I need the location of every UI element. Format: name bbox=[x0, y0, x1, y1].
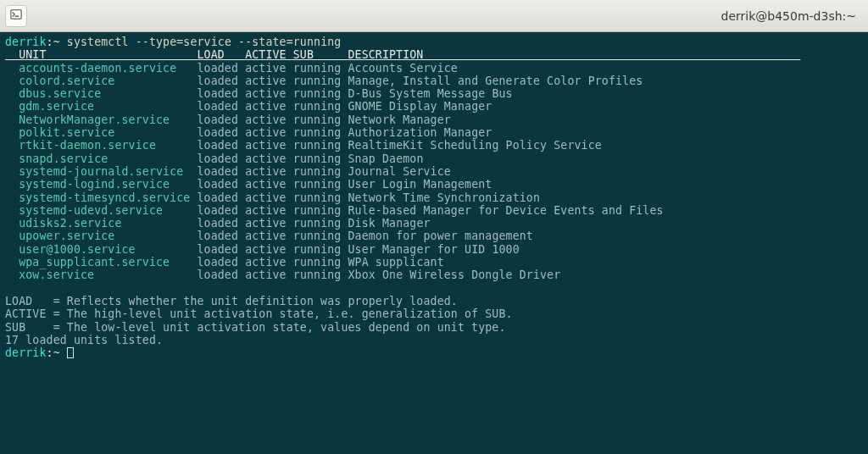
unit-name: systemd-journald.service bbox=[19, 165, 197, 178]
load-state: loaded bbox=[198, 114, 246, 126]
sub-state: running bbox=[293, 139, 348, 152]
unit-name: snapd.service bbox=[19, 152, 197, 165]
unit-name: dbus.service bbox=[19, 87, 197, 100]
terminal-line: SUB = The low-level unit activation stat… bbox=[5, 321, 863, 334]
unit-name: colord.service bbox=[19, 75, 197, 87]
active-state: active bbox=[245, 100, 293, 113]
active-state: active bbox=[245, 75, 293, 87]
description: Network Time Synchronization bbox=[348, 191, 541, 204]
unit-name: upower.service bbox=[19, 230, 197, 242]
description: Manage, Install and Generate Color Profi… bbox=[348, 75, 643, 87]
description: Authorization Manager bbox=[348, 126, 492, 139]
footer-line: LOAD = Reflects whether the unit definit… bbox=[5, 295, 458, 307]
terminal-line: ACTIVE = The high-level unit activation … bbox=[5, 307, 863, 320]
active-state: active bbox=[245, 126, 293, 139]
description: WPA supplicant bbox=[348, 256, 444, 269]
active-state: active bbox=[245, 178, 293, 191]
active-state: active bbox=[245, 243, 293, 256]
footer-line: 17 loaded units listed. bbox=[5, 334, 163, 346]
command-text: systemctl --type=service --state=running bbox=[67, 36, 342, 48]
sub-state: running bbox=[293, 100, 348, 113]
sub-state: running bbox=[293, 217, 348, 230]
unit-name: NetworkManager.service bbox=[19, 114, 197, 126]
description: Daemon for power management bbox=[348, 230, 533, 242]
description: Snap Daemon bbox=[348, 152, 424, 165]
active-state: active bbox=[245, 204, 293, 217]
terminal-line: UNIT LOAD ACTIVE SUB DESCRIPTION bbox=[5, 48, 863, 61]
load-state: loaded bbox=[198, 204, 246, 217]
unit-name: systemd-logind.service bbox=[19, 178, 197, 191]
terminal-line: derrik:~ systemctl --type=service --stat… bbox=[5, 36, 863, 48]
load-state: loaded bbox=[198, 165, 246, 178]
sub-state: running bbox=[293, 178, 348, 191]
terminal-line: 17 loaded units listed. bbox=[5, 334, 863, 346]
sub-state: running bbox=[293, 230, 348, 242]
load-state: loaded bbox=[198, 217, 246, 230]
terminal-icon bbox=[10, 8, 22, 24]
active-state: active bbox=[245, 256, 293, 269]
terminal-line: systemd-timesyncd.service loaded active … bbox=[5, 191, 863, 204]
prompt-sep: : bbox=[47, 36, 53, 48]
load-state: loaded bbox=[198, 139, 246, 152]
terminal-line bbox=[5, 282, 863, 295]
terminal-line: LOAD = Reflects whether the unit definit… bbox=[5, 295, 863, 307]
terminal-line: dbus.service loaded active running D-Bus… bbox=[5, 87, 863, 100]
active-state: active bbox=[245, 87, 293, 100]
description: User Manager for UID 1000 bbox=[348, 243, 520, 256]
new-tab-button[interactable] bbox=[5, 5, 27, 27]
terminal-line: colord.service loaded active running Man… bbox=[5, 75, 863, 87]
terminal-line: udisks2.service loaded active running Di… bbox=[5, 217, 863, 230]
cursor bbox=[67, 347, 74, 358]
active-state: active bbox=[245, 217, 293, 230]
active-state: active bbox=[245, 165, 293, 178]
active-state: active bbox=[245, 114, 293, 126]
terminal-line: wpa_supplicant.service loaded active run… bbox=[5, 256, 863, 269]
active-state: active bbox=[245, 230, 293, 242]
unit-name: polkit.service bbox=[19, 126, 197, 139]
unit-name: udisks2.service bbox=[19, 217, 197, 230]
description: D-Bus System Message Bus bbox=[348, 87, 513, 100]
terminal-line: rtkit-daemon.service loaded active runni… bbox=[5, 139, 863, 152]
description: User Login Management bbox=[348, 178, 492, 191]
load-state: loaded bbox=[198, 243, 246, 256]
sub-state: running bbox=[293, 126, 348, 139]
load-state: loaded bbox=[198, 230, 246, 242]
terminal-line: user@1000.service loaded active running … bbox=[5, 243, 863, 256]
prompt-user: derrik bbox=[5, 346, 47, 359]
terminal-line: upower.service loaded active running Dae… bbox=[5, 230, 863, 242]
description: Network Manager bbox=[348, 114, 451, 126]
unit-name: xow.service bbox=[19, 269, 197, 281]
unit-name: wpa_supplicant.service bbox=[19, 256, 197, 269]
description: Rule-based Manager for Device Events and… bbox=[348, 204, 664, 217]
unit-name: user@1000.service bbox=[19, 243, 197, 256]
description: Journal Service bbox=[348, 165, 451, 178]
table-header: UNIT LOAD ACTIVE SUB DESCRIPTION bbox=[5, 48, 800, 61]
footer-line: ACTIVE = The high-level unit activation … bbox=[5, 307, 513, 320]
load-state: loaded bbox=[198, 152, 246, 165]
terminal-viewport[interactable]: derrik:~ systemctl --type=service --stat… bbox=[0, 32, 868, 359]
sub-state: running bbox=[293, 243, 348, 256]
sub-state: running bbox=[293, 62, 348, 75]
terminal-line: systemd-logind.service loaded active run… bbox=[5, 178, 863, 191]
sub-state: running bbox=[293, 152, 348, 165]
sub-state: running bbox=[293, 269, 348, 281]
window-title: derrik@b450m-d3sh:~ bbox=[721, 9, 856, 23]
sub-state: running bbox=[293, 191, 348, 204]
load-state: loaded bbox=[198, 256, 246, 269]
unit-name: rtkit-daemon.service bbox=[19, 139, 197, 152]
unit-name: systemd-timesyncd.service bbox=[19, 191, 197, 204]
prompt-cwd: ~ bbox=[53, 346, 67, 359]
load-state: loaded bbox=[198, 87, 246, 100]
terminal-line: xow.service loaded active running Xbox O… bbox=[5, 269, 863, 281]
active-state: active bbox=[245, 191, 293, 204]
terminal-line: snapd.service loaded active running Snap… bbox=[5, 152, 863, 165]
load-state: loaded bbox=[198, 126, 246, 139]
terminal-line: systemd-journald.service loaded active r… bbox=[5, 165, 863, 178]
load-state: loaded bbox=[198, 62, 246, 75]
active-state: active bbox=[245, 139, 293, 152]
description: GNOME Display Manager bbox=[348, 100, 492, 113]
footer-line: SUB = The low-level unit activation stat… bbox=[5, 321, 506, 334]
terminal-line: systemd-udevd.service loaded active runn… bbox=[5, 204, 863, 217]
sub-state: running bbox=[293, 75, 348, 87]
load-state: loaded bbox=[198, 75, 246, 87]
